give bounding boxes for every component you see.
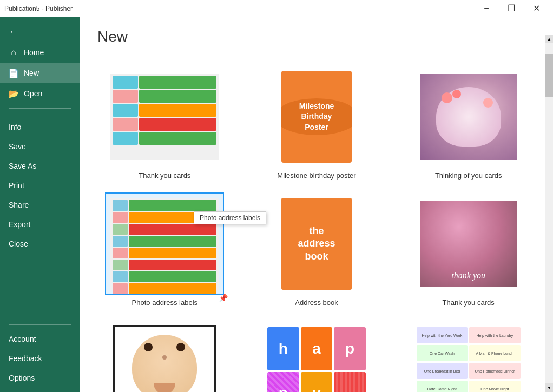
template-thumb-thank-you-1 [105,65,224,168]
template-thumb-birthday-coupons: Help with the Yard Work Help with the La… [409,320,528,392]
template-address-book[interactable]: theaddressbook Address book [249,192,384,307]
event-letter-p1: p [334,327,366,370]
restore-button[interactable]: ❐ [499,0,524,17]
new-icon: 📄 [9,68,18,78]
template-thank-you-cards-1[interactable]: Thank you cards [97,65,232,180]
sidebar-item-new-label: New [24,69,39,77]
template-label-photo-address: Photo address labels [132,298,198,307]
template-thumb-photo-address [105,192,224,295]
sidebar-divider-1 [9,108,71,109]
sidebar-item-home[interactable]: ⌂ Home [0,42,80,63]
sidebar-item-save-as[interactable]: Save As [0,156,80,176]
sidebar-item-info-label: Info [9,123,21,131]
milestone-inner-text: MilestoneBirthdayPoster [297,99,337,135]
close-button[interactable]: ✕ [524,0,549,17]
coupon-8: One Movie Night [469,381,521,392]
coupon-3: One Car Wash [417,345,468,361]
address-book-text: theaddressbook [298,225,335,263]
template-label-milestone: Milestone birthday poster [277,171,356,180]
main-header: New [80,17,553,65]
templates-grid: Thank you cards MilestoneBirthdayPoster … [97,65,536,392]
sidebar-item-options-label: Options [9,374,35,382]
baby-album-inner: WE LOVE BABY [113,325,216,392]
sidebar-item-account[interactable]: Account [0,329,80,349]
coupon-5: One Breakfast in Bed [417,363,468,379]
title-bar-left: Publication5 - Publisher [4,5,73,12]
sidebar-item-info[interactable]: Info [0,117,80,137]
sidebar-item-share[interactable]: Share [0,195,80,215]
coupon-2: Help with the Laundry [469,327,521,343]
milestone-thumb-inner: MilestoneBirthdayPoster [281,71,352,163]
template-thumb-baby-album: WE LOVE BABY [105,320,224,392]
sidebar-bottom: Account Feedback Options [0,320,80,392]
sidebar-item-feedback-label: Feedback [9,354,42,363]
event-letter-p2: p [267,372,299,393]
sidebar-item-export[interactable]: Export [0,215,80,234]
template-photo-address-labels[interactable]: Photo address labels 📌 [97,192,232,307]
sidebar: ← ⌂ Home 📄 New 📂 Open Info Save [0,17,80,392]
baby-face [132,335,197,393]
template-thumb-event-banner: h a p p y [257,320,376,392]
back-icon: ← [9,27,18,37]
sidebar-item-print-label: Print [9,181,24,190]
page-title: New [97,28,536,45]
sidebar-item-save[interactable]: Save [0,137,80,156]
template-label-address-book: Address book [295,298,338,307]
event-banner-inner: h a p p y [265,325,368,392]
sidebar-item-print[interactable]: Print [0,176,80,195]
template-label-thinking: Thinking of you cards [435,171,502,180]
sidebar-item-new[interactable]: 📄 New [0,63,80,83]
template-thumb-milestone: MilestoneBirthdayPoster [257,65,376,168]
template-thumb-thank-you-2: thank you [409,192,528,295]
sidebar-item-share-label: Share [9,201,29,209]
scrollbar[interactable]: ▲ ▼ [545,35,553,392]
event-letter-empty [334,372,366,393]
sidebar-item-options[interactable]: Options [0,368,80,388]
template-thumb-address-book: theaddressbook [257,192,376,295]
template-event-banner[interactable]: h a p p y Event banner [249,320,384,392]
sidebar-item-export-label: Export [9,220,30,229]
scroll-track[interactable] [545,43,553,383]
sidebar-item-save-as-label: Save As [9,162,36,170]
sidebar-top: ← ⌂ Home 📄 New 📂 Open [0,17,80,117]
scroll-down-button[interactable]: ▼ [545,383,553,392]
template-label-thank-you-1: Thank you cards [139,171,190,180]
app-body: ← ⌂ Home 📄 New 📂 Open Info Save [0,17,553,392]
sidebar-item-save-label: Save [9,142,26,151]
sidebar-divider-2 [9,324,71,325]
template-milestone-birthday[interactable]: MilestoneBirthdayPoster Milestone birthd… [249,65,384,180]
pin-icon: 📌 [219,294,228,302]
sidebar-item-close[interactable]: Close [0,234,80,254]
home-icon: ⌂ [9,48,18,57]
event-letter-a: a [301,327,333,370]
minimize-button[interactable]: − [474,0,499,17]
template-birthday-coupons[interactable]: Help with the Yard Work Help with the La… [401,320,536,392]
sidebar-middle: Info Save Save As Print Share Export Clo… [0,117,80,320]
title-bar-controls: − ❐ ✕ [474,0,549,17]
address-book-inner: theaddressbook [281,198,352,290]
coupon-1: Help with the Yard Work [417,327,468,343]
templates-area[interactable]: Photo address labels Thank you cards [80,65,553,392]
sidebar-item-open-label: Open [24,89,42,98]
template-thank-you-cards-2[interactable]: thank you Thank you cards [401,192,536,307]
scroll-thumb[interactable] [545,54,553,97]
event-letter-h: h [267,327,299,370]
coupon-4: A Man & Phone Lunch [469,345,521,361]
template-label-thank-you-2: Thank you cards [443,298,495,307]
birthday-coupons-inner: Help with the Yard Work Help with the La… [414,325,523,392]
open-icon: 📂 [9,89,18,98]
sidebar-item-open[interactable]: 📂 Open [0,83,80,104]
main-content: New Photo address labels [80,17,553,392]
event-letter-y: y [301,372,333,393]
template-thinking-of-you[interactable]: Thinking of you cards [401,65,536,180]
template-baby-photo-album[interactable]: WE LOVE BABY Baby photo album [97,320,232,392]
title-divider [97,50,536,50]
template-thumb-thinking [409,65,528,168]
scroll-up-button[interactable]: ▲ [545,35,553,43]
sidebar-back-button[interactable]: ← [0,22,80,42]
sidebar-item-account-label: Account [9,335,36,343]
sidebar-item-feedback[interactable]: Feedback [0,349,80,368]
sidebar-item-home-label: Home [24,48,44,57]
tooltip: Photo address labels [194,211,266,224]
coupon-6: One Homemade Dinner [469,363,521,379]
